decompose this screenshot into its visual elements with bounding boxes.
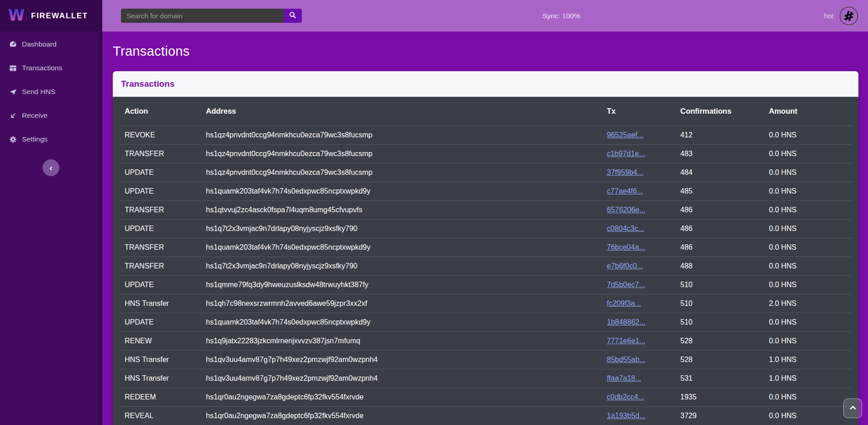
tx-link[interactable]: ffaa7a18... [607,374,641,382]
sync-status: Sync: 100% [542,0,580,31]
cell-action: TRANSFER [120,200,201,219]
search-input[interactable] [121,9,284,23]
cell-address: hs1qv3uu4amv87g7p7h49xez2pmzwjf92am0wzpn… [201,369,602,388]
cell-address: hs1quamk203taf4vk7h74s0edxpwc85ncptxwpkd… [201,238,602,257]
table-row: UPDATE hs1quamk203taf4vk7h74s0edxpwc85nc… [120,313,852,331]
chevron-up-icon [849,405,857,412]
table-row: TRANSFER hs1quamk203taf4vk7h74s0edxpwc85… [120,238,852,257]
cell-tx: 7d5b0ec7... [602,275,676,294]
cell-amount: 1.0 HNS [764,369,852,388]
tx-link[interactable]: 6576206e... [607,206,646,214]
gear-icon [9,136,17,143]
cell-address: hs1qz4pnvdnt0ccg94nmkhcu0ezca79wc3s8fucs… [201,126,602,144]
table-row: UPDATE hs1qz4pnvdnt0ccg94nmkhcu0ezca79wc… [120,163,852,182]
cell-confirmations: 528 [676,331,764,350]
chevron-left-icon: ‹ [49,163,53,172]
page-title: Transactions [113,44,858,59]
table-icon [9,64,17,72]
sidebar-item-receive[interactable]: Receive [0,104,102,127]
cell-confirmations: 486 [676,200,764,219]
cell-tx: 85bd55ab... [602,350,676,369]
cell-tx: 37f959b4... [602,163,676,182]
cell-confirmations: 1935 [676,388,764,406]
cell-confirmations: 3729 [676,406,764,425]
cell-amount: 2.0 HNS [764,294,852,313]
cell-amount: 1.0 HNS [764,350,852,369]
cell-confirmations: 486 [676,219,764,238]
cell-tx: 6576206e... [602,200,676,219]
tx-link[interactable]: 37f959b4... [607,168,643,176]
sidebar-item-label: Receive [22,111,47,120]
tx-link[interactable]: c0db2cc4... [607,393,644,401]
sidebar-item-send-hns[interactable]: Send HNS [0,80,102,104]
column-header-address: Address [201,97,602,126]
sidebar-item-transactions[interactable]: Transactions [0,56,102,80]
send-icon [9,88,17,96]
tx-link[interactable]: 1a193b5d... [607,412,646,420]
tx-link[interactable]: 1b848862... [607,318,646,326]
cell-address: hs1qv3uu4amv87g7p7h49xez2pmzwjf92am0wzpn… [201,350,602,369]
tx-link[interactable]: 85bd55ab... [607,356,646,363]
cell-amount: 0.0 HNS [764,275,852,294]
table-header-row: Action Address Tx Confirmations Amount [120,97,852,126]
cell-address: hs1qz4pnvdnt0ccg94nmkhcu0ezca79wc3s8fucs… [201,163,602,182]
cell-address: hs1qr0au2ngegwa7za8gdeptc6fp32fkv554fxrv… [201,388,602,406]
tx-link[interactable]: c0804c3c... [607,225,644,232]
cell-action: REDEEM [120,388,201,406]
sidebar-item-settings[interactable]: Settings [0,127,102,151]
cell-amount: 0.0 HNS [764,219,852,238]
cell-amount: 0.0 HNS [764,182,852,200]
cell-action: UPDATE [120,219,201,238]
tx-link[interactable]: 96525aef... [607,131,643,139]
cell-address: hs1quamk203taf4vk7h74s0edxpwc85ncptxwpkd… [201,313,602,331]
cell-amount: 0.0 HNS [764,200,852,219]
search-button[interactable] [284,9,302,23]
sidebar-item-dashboard[interactable]: Dashboard [0,32,102,56]
cell-action: HNS Transfer [120,369,201,388]
cell-address: hs1qr0au2ngegwa7za8gdeptc6fp32fkv554fxrv… [201,406,602,425]
cell-tx: c0db2cc4... [602,388,676,406]
sidebar-item-label: Transactions [22,64,62,72]
cell-tx: c0804c3c... [602,219,676,238]
cell-address: hs1qmme79fq3dy9hweuzuslksdw48trwuyhkt387… [201,275,602,294]
table-row: HNS Transfer hs1qv3uu4amv87g7p7h49xez2pm… [120,369,852,388]
cell-action: UPDATE [120,313,201,331]
tx-link[interactable]: e7b6f0c0... [607,262,643,270]
tx-link[interactable]: 7771e6e1... [607,337,646,345]
card-title: Transactions [121,79,174,89]
scroll-to-top-button[interactable] [843,399,862,418]
cell-address: hs1qtvvuj2zc4asck0fspa7l4uqm8umg45cfvupv… [201,200,602,219]
tx-link[interactable]: 7d5b0ec7... [607,281,645,289]
cell-action: UPDATE [120,275,201,294]
cell-amount: 0.0 HNS [764,406,852,425]
cell-action: REVOKE [120,126,201,144]
table-body: REVOKE hs1qz4pnvdnt0ccg94nmkhcu0ezca79wc… [120,126,852,425]
tx-link[interactable]: 76bce04a... [607,243,645,251]
cell-confirmations: 412 [676,126,764,144]
sidebar-collapse-button[interactable]: ‹ [42,159,59,176]
cell-address: hs1q7t2x3vmjac9n7drlapy08nyjyscjz9xsfky7… [201,219,602,238]
cell-tx: c1b97d1e... [602,144,676,163]
cell-address: hs1q9jatx22283jzkcmlrnenjxvvzv387jsn7mfu… [201,331,602,350]
tx-link[interactable]: c77ae4f6... [607,187,643,195]
table-row: TRANSFER hs1qtvvuj2zc4asck0fspa7l4uqm8um… [120,200,852,219]
tx-link[interactable]: c1b97d1e... [607,150,645,157]
tx-link[interactable]: fc209f3a... [607,299,641,307]
table-row: REVEAL hs1qr0au2ngegwa7za8gdeptc6fp32fkv… [120,406,852,425]
column-header-action: Action [120,97,201,126]
column-header-amount: Amount [764,97,852,126]
table-row: HNS Transfer hs1qh7c98nexsrzwrmnh2avved6… [120,294,852,313]
cell-address: hs1qh7c98nexsrzwrmnh2avved6awe59jzpr3xx2… [201,294,602,313]
cell-confirmations: 483 [676,144,764,163]
cell-action: TRANSFER [120,257,201,275]
brand-logo-block[interactable]: W FIREWALLET [0,0,102,31]
handshake-logo-icon[interactable] [839,6,859,26]
wallet-menu[interactable]: hot [824,6,859,26]
cell-action: HNS Transfer [120,350,201,369]
cell-action: TRANSFER [120,144,201,163]
sidebar-item-label: Send HNS [22,88,55,96]
cell-action: RENEW [120,331,201,350]
svg-text:W: W [8,6,25,24]
cell-amount: 0.0 HNS [764,257,852,275]
main-content: Transactions Transactions Action Address… [102,31,868,425]
